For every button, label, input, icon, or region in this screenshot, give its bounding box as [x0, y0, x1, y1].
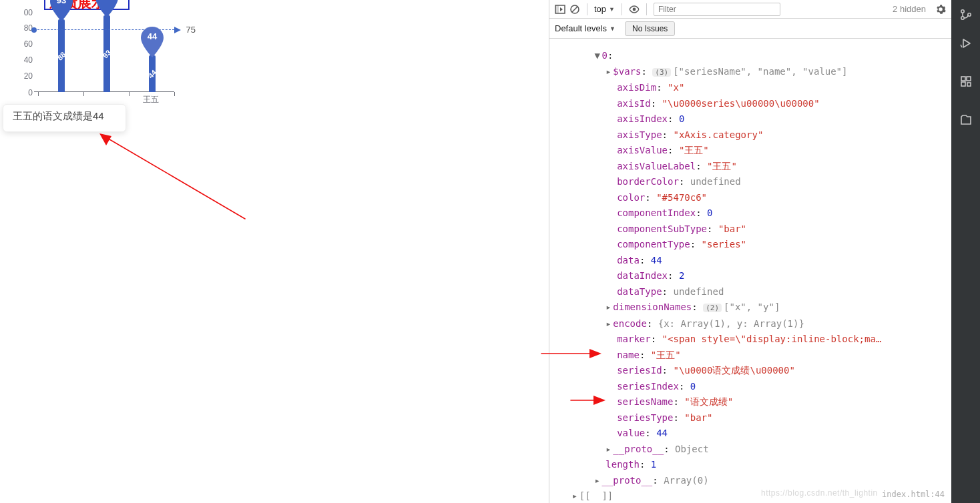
console-output[interactable]: ▼0: ▸$vars: (3)["seriesName", "name", "v…	[549, 39, 951, 503]
svg-point-12	[961, 9, 963, 12]
issues-button[interactable]: No Issues	[625, 21, 675, 36]
annotation-arrow	[97, 131, 250, 224]
svg-rect-3	[555, 5, 559, 13]
files-icon[interactable]	[951, 105, 980, 133]
run-icon[interactable]	[951, 29, 980, 57]
bar-2[interactable]: 44	[149, 55, 156, 92]
live-expression-icon[interactable]	[629, 4, 640, 15]
bar-0[interactable]: 88	[58, 19, 65, 92]
settings-icon[interactable]	[935, 4, 946, 15]
bar-1[interactable]: 93	[103, 15, 110, 92]
chart-tooltip: 王五的语文成绩是44	[3, 104, 126, 132]
clear-console-icon[interactable]	[569, 4, 580, 15]
svg-marker-15	[963, 39, 970, 47]
svg-rect-16	[961, 77, 965, 81]
pin-2: 44	[141, 27, 164, 57]
svg-line-6	[572, 7, 577, 12]
console-toolbar: top ▼ 2 hidden	[549, 0, 951, 19]
bar-chart: 成绩展示 0 20 40 60 80 00 88 93 44 75 93	[9, 0, 196, 107]
svg-rect-18	[961, 82, 965, 86]
pin-1: 93	[95, 0, 118, 17]
context-selector[interactable]: top ▼	[594, 4, 615, 14]
filter-input[interactable]	[654, 3, 780, 16]
filter-input-wrapper	[654, 3, 780, 16]
svg-marker-4	[560, 7, 563, 11]
svg-rect-17	[967, 77, 971, 81]
hidden-count[interactable]: 2 hidden	[893, 4, 926, 14]
levels-selector[interactable]: Default levels ▼	[555, 23, 616, 33]
svg-line-0	[106, 137, 245, 219]
x-label-2: 王五	[134, 94, 168, 105]
svg-point-7	[633, 7, 636, 11]
source-link[interactable]: index.html:44	[882, 487, 945, 503]
svg-point-13	[961, 16, 963, 19]
toggle-sidebar-icon[interactable]	[555, 4, 565, 15]
pin-0: 93	[50, 0, 73, 21]
y-axis: 0 20 40 60 80 00	[17, 13, 33, 93]
activity-bar	[951, 0, 980, 503]
vcs-icon[interactable]	[951, 0, 980, 29]
svg-marker-1	[99, 133, 111, 145]
console-subbar: Default levels ▼ No Issues	[549, 19, 951, 39]
extensions-icon[interactable]	[951, 67, 980, 95]
svg-rect-19	[967, 83, 971, 86]
